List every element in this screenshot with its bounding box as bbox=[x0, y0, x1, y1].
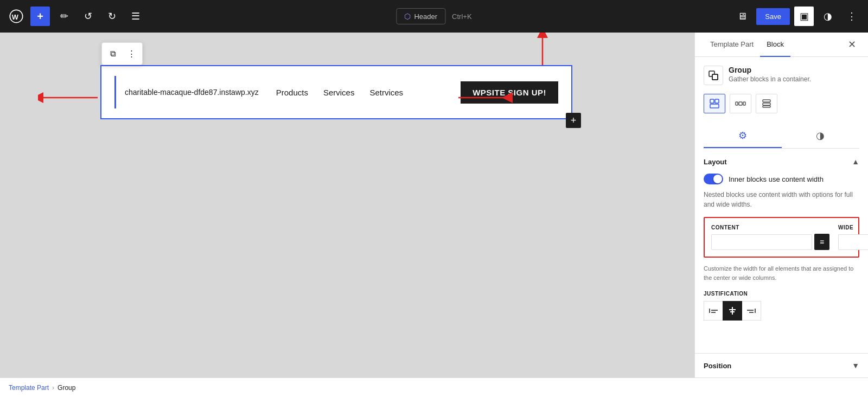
position-section-header[interactable]: Position ▼ bbox=[704, 361, 859, 370]
header-template-label: Header bbox=[414, 12, 437, 21]
justification-buttons bbox=[704, 301, 859, 321]
right-panel: Template Part Block ✕ Group Gather block… bbox=[694, 33, 868, 377]
content-width-toggle-row: Inner blocks use content width bbox=[704, 174, 859, 184]
breadcrumb-template-part[interactable]: Template Part bbox=[9, 384, 49, 392]
header-template-button[interactable]: ⬡ Header bbox=[396, 8, 445, 24]
position-section-chevron[interactable]: ▼ bbox=[852, 361, 859, 370]
sidebar-toggle-button[interactable]: ▣ bbox=[794, 7, 814, 26]
site-name: charitable-macaque-dfde87.instawp.xyz bbox=[125, 88, 259, 97]
arrow-left-indicator bbox=[38, 89, 103, 106]
svg-text:W: W bbox=[12, 13, 19, 21]
block-float-toolbar: ⧉ ⋮ bbox=[101, 42, 143, 65]
nav-link-products[interactable]: Products bbox=[276, 88, 308, 97]
content-width-group: CONTENT ≡ bbox=[711, 225, 829, 250]
panel-inner-tabs: ⚙ ◑ bbox=[704, 124, 859, 149]
wide-width-input-row: ≡ bbox=[838, 234, 868, 250]
edit-tool-button[interactable]: ✏ bbox=[54, 7, 74, 26]
block-duplicate-button[interactable]: ⧉ bbox=[104, 45, 122, 62]
svg-rect-15 bbox=[739, 102, 742, 105]
svg-rect-13 bbox=[710, 104, 719, 108]
wide-width-group: WIDE ≡ bbox=[838, 225, 868, 250]
inner-tab-settings[interactable]: ⚙ bbox=[704, 124, 782, 148]
content-width-unit-icon: ≡ bbox=[820, 238, 824, 246]
undo-button[interactable]: ↺ bbox=[78, 7, 98, 26]
content-width-label: CONTENT bbox=[711, 225, 829, 230]
more-options-button[interactable]: ⋮ bbox=[842, 7, 861, 26]
breadcrumb: Template Part › Group bbox=[0, 377, 868, 397]
keyboard-shortcut: Ctrl+K bbox=[452, 12, 471, 21]
block-style-icons bbox=[704, 94, 859, 113]
svg-rect-25 bbox=[730, 311, 735, 312]
block-type-description: Gather blocks in a container. bbox=[729, 75, 811, 83]
svg-rect-11 bbox=[710, 99, 714, 103]
svg-rect-12 bbox=[715, 99, 719, 103]
tab-template-part[interactable]: Template Part bbox=[704, 33, 760, 57]
inner-tab-styles[interactable]: ◑ bbox=[782, 124, 860, 148]
settings-button[interactable]: ◑ bbox=[818, 7, 838, 26]
svg-rect-17 bbox=[763, 100, 770, 102]
tab-block[interactable]: Block bbox=[760, 33, 790, 57]
svg-rect-19 bbox=[763, 106, 770, 107]
block-options-button[interactable]: ⋮ bbox=[123, 45, 140, 62]
panel-close-button[interactable]: ✕ bbox=[844, 37, 859, 52]
justify-center-button[interactable] bbox=[723, 301, 742, 321]
svg-rect-20 bbox=[709, 309, 710, 313]
layout-section-chevron[interactable]: ▲ bbox=[852, 157, 859, 166]
content-width-toggle-label: Inner blocks use content width bbox=[729, 175, 824, 183]
layout-section-header: Layout ▲ bbox=[704, 157, 859, 166]
main-toolbar: W + ✏ ↺ ↻ ☰ ⬡ Header Ctrl+K 🖥 Save ▣ ◑ ⋮ bbox=[0, 0, 868, 33]
width-inputs-row: CONTENT ≡ WIDE bbox=[711, 225, 852, 250]
svg-rect-18 bbox=[763, 103, 770, 105]
list-view-button[interactable]: ☰ bbox=[126, 7, 145, 26]
layout-section: Layout ▲ Inner blocks use content width … bbox=[704, 157, 859, 321]
content-width-input-row: ≡ bbox=[711, 234, 829, 250]
header-divider bbox=[114, 76, 116, 108]
add-block-inside-button[interactable]: + bbox=[566, 113, 581, 128]
layout-description: Nested blocks use content width with opt… bbox=[704, 190, 859, 209]
width-inputs-container: CONTENT ≡ WIDE bbox=[704, 217, 859, 258]
justify-left-button[interactable] bbox=[704, 301, 723, 321]
position-section: Position ▼ bbox=[695, 353, 868, 377]
width-description: Customize the width for all elements tha… bbox=[704, 264, 859, 282]
main-area: ⧉ ⋮ charitable-macaque-dfde87.instawp.xy… bbox=[0, 33, 868, 377]
nav-link-services[interactable]: Services bbox=[323, 88, 355, 97]
justification-section: JUSTIFICATION bbox=[704, 291, 859, 321]
breadcrumb-separator: › bbox=[52, 384, 54, 392]
wide-width-input[interactable] bbox=[838, 234, 868, 250]
svg-rect-23 bbox=[732, 307, 733, 315]
svg-rect-16 bbox=[743, 102, 745, 105]
content-width-unit-button[interactable]: ≡ bbox=[814, 234, 829, 250]
device-preview-button[interactable]: 🖥 bbox=[732, 7, 752, 26]
nav-link-setrvices[interactable]: Setrvices bbox=[369, 88, 403, 97]
redo-button[interactable]: ↻ bbox=[102, 7, 122, 26]
nav-links: Products Services Setrvices bbox=[276, 88, 403, 97]
block-type-header: Group Gather blocks in a container. bbox=[704, 66, 859, 85]
wp-logo[interactable]: W bbox=[7, 7, 26, 26]
panel-tab-bar: Template Part Block ✕ bbox=[695, 33, 868, 57]
svg-rect-28 bbox=[749, 312, 754, 313]
justify-right-button[interactable] bbox=[742, 301, 761, 321]
toolbar-center-area: ⬡ Header Ctrl+K bbox=[396, 8, 471, 24]
position-section-title: Position bbox=[704, 362, 731, 370]
content-width-toggle[interactable] bbox=[704, 174, 723, 184]
wide-width-label: WIDE bbox=[838, 225, 868, 230]
content-width-input[interactable] bbox=[711, 234, 812, 250]
add-block-toolbar-button[interactable]: + bbox=[30, 7, 50, 26]
svg-rect-26 bbox=[755, 309, 756, 313]
svg-rect-27 bbox=[747, 310, 754, 311]
svg-rect-9 bbox=[712, 74, 718, 80]
canvas: ⧉ ⋮ charitable-macaque-dfde87.instawp.xy… bbox=[0, 33, 694, 377]
block-type-name: Group bbox=[729, 66, 811, 74]
style-stack-button[interactable] bbox=[756, 94, 777, 113]
style-group-button[interactable] bbox=[704, 94, 725, 113]
block-type-icon bbox=[704, 66, 723, 85]
panel-body: Group Gather blocks in a container. bbox=[695, 57, 868, 353]
svg-rect-22 bbox=[711, 312, 716, 313]
save-button[interactable]: Save bbox=[756, 8, 790, 25]
header-template-icon: ⬡ bbox=[404, 12, 411, 21]
breadcrumb-group[interactable]: Group bbox=[58, 384, 75, 392]
layout-section-title: Layout bbox=[704, 158, 727, 166]
toolbar-right-area: 🖥 Save ▣ ◑ ⋮ bbox=[732, 7, 861, 26]
svg-rect-21 bbox=[711, 310, 718, 311]
style-row-button[interactable] bbox=[730, 94, 751, 113]
